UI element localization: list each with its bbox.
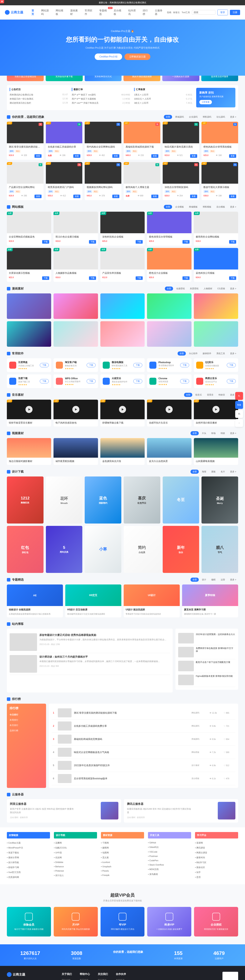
friend-link[interactable]: • Vue官方文档 [7, 870, 50, 875]
section-tab[interactable]: 全部 [165, 286, 173, 291]
news-item[interactable]: 设计师访谈：如何在三个月内提升插画水平本期我们邀请到资深插画师分享她的学习经验，… [10, 653, 170, 675]
video-card[interactable]: 海边日落延时摄影素材 [7, 438, 51, 465]
poster-card[interactable]: 荐喜庆红色节日 [124, 476, 160, 523]
friend-link[interactable]: • UI中国 [54, 850, 97, 855]
rank-row[interactable]: 2在线多功能工具箱源码免费分享网站源码👁 9.8k♡ 721 [51, 719, 235, 733]
vip-card[interactable]: 月VIP30天内无限下载 享会员专属资源 [54, 907, 98, 937]
video-card[interactable]: 蓝天白云自然风景 [147, 438, 191, 465]
footer-link[interactable]: 官方微信 [98, 978, 108, 980]
friend-link[interactable]: • VSCode [148, 850, 191, 854]
download-button[interactable]: 下载 [180, 379, 189, 383]
rank-tab[interactable]: 本月排行 [10, 723, 43, 728]
friend-link[interactable]: • 慕课网 [195, 840, 238, 845]
friend-link[interactable]: • CeoMax主题 [7, 840, 50, 845]
friend-link[interactable]: • 站酷ZCOOL [54, 845, 97, 850]
section-tab[interactable]: 系统工具 [215, 352, 227, 356]
section-tab[interactable]: 更多 > [228, 469, 238, 474]
cloud-card[interactable]: 腾讯云服务器轻量应用服务器 2核2G4M 首年 ¥50 适合建站/小程序/学习测… [124, 799, 238, 822]
music-card[interactable]: VIP舒缓钢琴曲合集下载 [100, 399, 145, 426]
section-tab[interactable]: 企业模板 [173, 205, 186, 209]
video-card[interactable]: 山间晨雾唯美视频 [194, 438, 238, 465]
poster-card[interactable]: 荐红包拆红包 [7, 526, 43, 573]
notice-item[interactable]: 100日元 = 人民币5.17元 [134, 97, 192, 101]
template-card[interactable]: 免费紫色渐变后台管理模板¥29.0下载 [147, 212, 191, 246]
wallpaper-card[interactable] [54, 321, 98, 347]
poster-card[interactable]: 荐冬至 [163, 476, 199, 523]
music-card[interactable]: VIP轻快节奏背景音乐素材 [7, 399, 51, 426]
nav-item[interactable]: 漫画素材 [68, 7, 82, 18]
section-tab[interactable]: 更多 > [228, 205, 238, 209]
cloud-card[interactable]: 阿里云服务器新用户专享 云服务器ECS 1核2G 低至 ¥96/年起 限时抢购中… [7, 799, 121, 822]
play-button[interactable] [165, 406, 173, 413]
vip-card[interactable]: 体验会员每日可下载3个资源 体验部分功能 [7, 907, 51, 937]
friend-link[interactable]: • 优质源码网 [7, 875, 50, 880]
wallpaper-card[interactable] [100, 321, 145, 347]
section-tab[interactable]: 商城源码 [173, 115, 186, 119]
notice-item[interactable]: 1美元 = 人民币6.90元 [134, 93, 192, 97]
section-tab[interactable]: 更多 > [228, 578, 238, 582]
float-gift[interactable]: 礼 [235, 392, 243, 400]
play-button[interactable] [212, 406, 220, 413]
poster-card[interactable]: 荐新年快乐 [163, 526, 199, 573]
footer-link[interactable]: 友链申请 [116, 978, 126, 980]
friend-link[interactable]: • 设计达人 [54, 873, 97, 878]
source-card[interactable]: VIP热极简风格个人博客主题源码精品免费👁 689查看 [124, 162, 160, 200]
template-card[interactable]: 免费简洁白色企业展示模板¥15.0下载 [54, 212, 98, 246]
poster-card[interactable]: 荐圣诞Merry [202, 476, 238, 523]
section-tab[interactable]: 编程 [209, 578, 218, 582]
topic-card[interactable]: 夏季特辑夏至未至 清爽学习营暑期限时优惠课程合集 清凉学习一夏 [182, 584, 238, 617]
notice-item[interactable]: 用户 b*** 购买了主题授权1小时前 [72, 97, 130, 101]
friend-link[interactable]: • Dribbble [54, 860, 97, 864]
section-tab[interactable]: 特效 [219, 431, 227, 435]
software-card[interactable]: 百度网盘大容量云存储工具★★★★★下载 [7, 358, 51, 372]
rank-row[interactable]: 1测试·登录注册页面的测试链接站源码下载网站源码👁 12.3k♡ 865 [51, 706, 235, 719]
friend-link[interactable]: • 花瓣网 [54, 840, 97, 845]
friend-link[interactable]: • 前端学习网 [7, 865, 50, 870]
site-logo[interactable]: 云商主题 [5, 10, 23, 15]
template-card[interactable]: 免费产品宣传单页模板¥12.0下载 [100, 248, 145, 282]
promo-button[interactable]: 立即查看 [199, 100, 212, 104]
nav-item[interactable]: 网站模板 [53, 7, 68, 18]
wallpaper-card[interactable] [54, 293, 98, 319]
news-item[interactable]: 原创专题设计大赛正式启动 优秀作品将获现金奖励为鼓励原创设计，平台特举办专题设计… [10, 631, 170, 653]
software-card[interactable]: Chrome谷歌浏览器★★★★★下载 [147, 374, 191, 388]
section-tab[interactable]: 更多 > [228, 115, 238, 119]
wallpaper-card[interactable] [147, 321, 191, 347]
topic-card[interactable]: UI设计UI设计 就业实战班零基础学习UI设计到就业全流程实战培训 [124, 584, 180, 617]
section-tab[interactable]: 名片 [219, 469, 227, 474]
news-side-item[interactable]: 配色不会选？收下这份万能配色方案 [178, 659, 235, 673]
notice-item[interactable]: 友情提示的一些公告测试12-30 [10, 97, 68, 101]
nav-item[interactable]: 后台模板 [111, 7, 126, 18]
template-card[interactable]: 免费企业官网响应式模板蓝色¥19.9下载 [7, 212, 51, 246]
news-side-item[interactable]: 2022年设计趋势预测：这些风格将会大火 [178, 631, 235, 645]
poster-card[interactable]: 荐5周年庆典 [46, 526, 83, 573]
friend-link[interactable]: • 资源下载站 [7, 850, 50, 855]
poster-card[interactable]: 荐小寒 [85, 526, 121, 573]
notice-item[interactable]: 1欧元 = 人民币7.35元 [134, 101, 192, 105]
source-card[interactable]: VIP热视频播放类网站整站源码源码精品¥45.0👁 378查看 [85, 162, 121, 200]
download-button[interactable]: 下载 [87, 379, 95, 383]
section-tab[interactable]: 全部 [191, 469, 199, 474]
wallpaper-card[interactable] [7, 293, 51, 319]
friend-link[interactable]: • 素材分享网 [7, 855, 50, 860]
friend-link[interactable]: • B站学习区 [195, 860, 238, 865]
template-card[interactable]: 免费深色科技风企业模板¥25.0下载 [100, 212, 145, 246]
section-tab[interactable]: 设计 [200, 578, 208, 582]
section-tab[interactable]: 论坛源码 [215, 115, 227, 119]
template-card[interactable]: 免费人物摄影作品集模板¥16.0下载 [54, 248, 98, 282]
poster-card[interactable]: 荐1212购物狂欢 [7, 476, 43, 523]
section-tab[interactable]: 轻音乐 [194, 393, 204, 397]
register-button[interactable]: 注册 [230, 10, 240, 15]
source-card[interactable]: VIP热简约风格企业官网整站源码源码精品¥29.9👁 452查看 [85, 122, 121, 160]
rank-tab[interactable]: 今日排行 [10, 712, 43, 718]
rank-row[interactable]: 4响应式企业官网模板蓝色大气风格网站模板👁 7.2k♡ 589 [51, 746, 235, 759]
software-card[interactable]: 网易云音乐音乐社交平台★★★★★下载 [194, 374, 238, 388]
wallpaper-card[interactable] [147, 293, 191, 319]
music-card[interactable]: VIP自然环境白噪音素材 [194, 399, 238, 426]
software-card[interactable]: WPS Office办公文档处理套件★★★★★下载 [54, 374, 98, 388]
download-button[interactable]: 下载 [40, 363, 49, 367]
nav-item[interactable]: 站内资讯 [126, 7, 140, 18]
section-tab[interactable]: 更多 > [228, 352, 238, 356]
section-tab[interactable]: 片头 [200, 431, 208, 435]
source-card[interactable]: VIP热产品展示型企业网站整站源码精品¥19.9👁 295查看 [7, 162, 43, 200]
